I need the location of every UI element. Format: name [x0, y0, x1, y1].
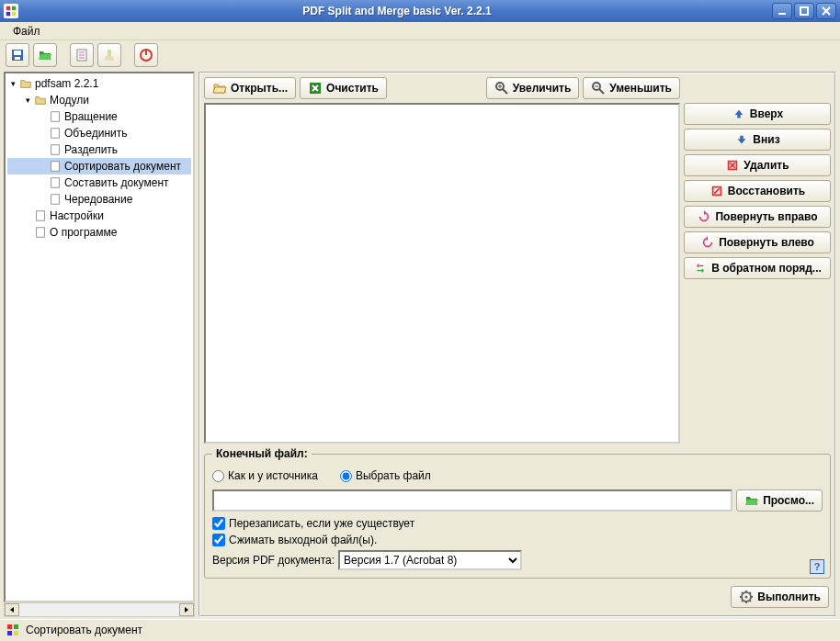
scroll-track[interactable] — [19, 603, 179, 616]
help-icon[interactable]: ? — [810, 559, 824, 574]
browse-button[interactable]: Просмо... — [736, 489, 823, 512]
rotate-left-label: Повернуть влево — [719, 236, 814, 249]
svg-rect-10 — [15, 57, 20, 60]
svg-rect-3 — [12, 12, 16, 16]
svg-rect-21 — [51, 162, 60, 172]
move-down-button[interactable]: Вниз — [684, 129, 831, 151]
open-button[interactable]: Открыть... — [204, 77, 296, 99]
minimize-button[interactable] — [772, 3, 792, 19]
pdf-version-select[interactable]: Версия 1.7 (Acrobat 8) — [338, 550, 522, 570]
tree-settings[interactable]: Настройки — [7, 208, 191, 224]
zoom-in-icon — [494, 81, 509, 96]
gear-icon — [739, 590, 754, 604]
output-fieldset: Конечный файл: Как и у источника Выбрать… — [204, 447, 831, 579]
tree-root-label: pdfsam 2.2.1 — [35, 77, 98, 90]
status-icon — [6, 623, 20, 637]
toolbar-save-button[interactable] — [6, 43, 29, 67]
tree-item-label: Сортировать документ — [64, 160, 181, 173]
maximize-button[interactable] — [794, 3, 814, 19]
statusbar: Сортировать документ — [0, 619, 840, 639]
sidebar: ▾ pdfsam 2.2.1 ▾ Модули Вращение Объедин… — [4, 72, 195, 617]
toolbar-log-button[interactable] — [70, 43, 94, 67]
collapse-icon[interactable]: ▾ — [22, 96, 33, 105]
svg-rect-2 — [6, 12, 10, 16]
radio-same-label: Как и у источника — [228, 469, 318, 482]
tree-about[interactable]: О программе — [7, 224, 191, 241]
browse-label: Просмо... — [763, 494, 814, 507]
svg-line-28 — [503, 89, 507, 94]
tree-module-split[interactable]: Разделить — [7, 141, 191, 158]
clear-button-label: Очистить — [326, 82, 379, 95]
tree-item-label: Составить документ — [64, 176, 169, 189]
close-button[interactable] — [816, 3, 836, 19]
tree-module-alternate[interactable]: Чередование — [7, 191, 191, 208]
window-controls — [772, 3, 836, 19]
zoom-in-button[interactable]: Увеличить — [486, 77, 580, 99]
overwrite-checkbox[interactable] — [212, 517, 225, 530]
page-action-buttons: Вверх Вниз Удалить Восстановить Повернут… — [684, 77, 831, 444]
radio-same-input[interactable] — [212, 470, 224, 482]
toolbar — [0, 40, 840, 70]
menu-file[interactable]: Файл — [6, 23, 48, 39]
zoom-in-label: Увеличить — [513, 82, 572, 95]
svg-rect-38 — [7, 624, 12, 629]
reverse-order-button[interactable]: В обратном поряд... — [684, 257, 831, 279]
tree-modules-label: Модули — [50, 94, 89, 107]
compress-label: Сжимать выходной файл(ы). — [229, 534, 377, 546]
tree-horizontal-scrollbar[interactable] — [4, 602, 195, 617]
svg-rect-41 — [14, 631, 18, 635]
radio-same-as-source[interactable]: Как и у источника — [212, 469, 318, 482]
tree-item-label: Разделить — [64, 143, 118, 156]
move-up-button[interactable]: Вверх — [684, 103, 831, 125]
svg-rect-22 — [51, 178, 60, 188]
tree-root[interactable]: ▾ pdfsam 2.2.1 — [7, 75, 191, 92]
svg-rect-18 — [51, 112, 60, 122]
status-text: Сортировать документ — [26, 624, 142, 636]
scroll-right-button[interactable] — [179, 603, 194, 616]
zoom-out-icon — [591, 81, 606, 96]
restore-button[interactable]: Восстановить — [684, 180, 831, 202]
svg-rect-1 — [12, 6, 16, 10]
menubar: Файл — [0, 22, 840, 40]
radio-choose-file[interactable]: Выбрать файл — [340, 469, 431, 482]
tree-module-sort[interactable]: Сортировать документ — [7, 158, 191, 174]
run-button[interactable]: Выполнить — [731, 586, 829, 608]
rotate-right-button[interactable]: Повернуть вправо — [684, 206, 831, 228]
page-preview-area[interactable] — [204, 103, 680, 444]
collapse-icon[interactable]: ▾ — [7, 79, 18, 88]
output-path-input[interactable] — [212, 489, 732, 512]
clear-button[interactable]: Очистить — [300, 77, 387, 99]
rotate-left-icon — [700, 235, 715, 250]
svg-point-37 — [745, 596, 748, 599]
toolbar-clear-button[interactable] — [97, 43, 121, 67]
arrow-down-icon — [734, 132, 749, 147]
folder-icon — [33, 93, 48, 107]
folder-icon — [744, 493, 759, 508]
compress-checkbox[interactable] — [212, 534, 225, 546]
scroll-left-button[interactable] — [5, 603, 19, 616]
broom-icon — [308, 81, 323, 96]
zoom-out-button[interactable]: Уменьшить — [583, 77, 680, 99]
rotate-left-button[interactable]: Повернуть влево — [684, 231, 831, 253]
tree-modules[interactable]: ▾ Модули — [7, 92, 191, 108]
toolbar-exit-button[interactable] — [134, 43, 158, 67]
titlebar: PDF Split and Merge basic Ver. 2.2.1 — [0, 0, 840, 22]
tree-module-merge[interactable]: Объединить — [7, 125, 191, 141]
app-icon — [4, 4, 18, 18]
svg-rect-23 — [51, 195, 60, 205]
reverse-label: В обратном поряд... — [711, 262, 822, 275]
tree-item-label: Объединить — [64, 127, 128, 140]
radio-choose-input[interactable] — [340, 470, 352, 482]
radio-choose-label: Выбрать файл — [356, 469, 431, 482]
delete-button[interactable]: Удалить — [684, 154, 831, 176]
toolbar-open-button[interactable] — [33, 43, 57, 67]
page-icon — [48, 175, 62, 190]
svg-rect-15 — [108, 50, 111, 56]
tree-module-rotate[interactable]: Вращение — [7, 108, 191, 125]
delete-label: Удалить — [744, 159, 789, 172]
folder-icon — [18, 76, 33, 91]
module-tree[interactable]: ▾ pdfsam 2.2.1 ▾ Модули Вращение Объедин… — [4, 72, 195, 602]
page-icon — [33, 208, 48, 223]
reverse-icon — [693, 261, 708, 276]
tree-module-compose[interactable]: Составить документ — [7, 174, 191, 191]
